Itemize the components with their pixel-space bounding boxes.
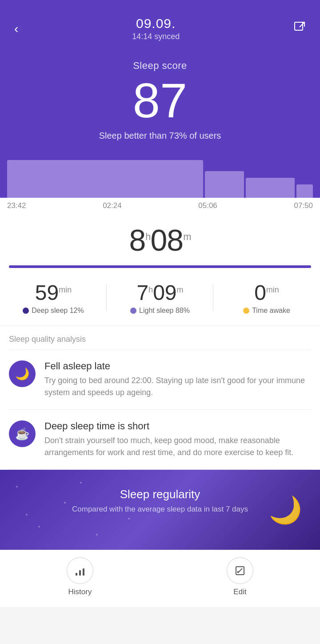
chart-bar-2 xyxy=(205,171,244,198)
stat-light-sleep: 7h09m Light sleep 88% xyxy=(107,280,213,315)
time-awake-label-row: Time awake xyxy=(213,307,320,315)
stats-row: 59min Deep sleep 12% 7h09m Light sleep 8… xyxy=(0,268,320,326)
quality-section: Sleep quality analysis 🌙 Fell asleep lat… xyxy=(0,326,320,470)
chart-bar-4 xyxy=(296,184,313,198)
chart-bar-1 xyxy=(7,160,203,198)
deep-sleep-value: 59min xyxy=(0,280,107,305)
quality-item-2: ☕ Deep sleep time is short Don't strain … xyxy=(9,410,311,470)
main-section: 8h08m 59min Deep sleep 12% 7h09m Light s… xyxy=(0,210,320,470)
section-title: Sleep quality analysis xyxy=(9,326,311,350)
svg-rect-2 xyxy=(76,573,77,576)
edit-label: Edit xyxy=(233,588,246,596)
time-awake-value: 0min xyxy=(213,280,320,305)
total-sleep-value: 8h08m xyxy=(129,223,191,257)
history-icon-circle xyxy=(67,557,93,584)
header-synced: 14:14 synced xyxy=(132,32,180,41)
svg-rect-3 xyxy=(79,570,81,576)
quality-title-2: Deep sleep time is short xyxy=(44,420,311,432)
sleep-minutes: 08 xyxy=(151,223,184,257)
quality-item-1: 🌙 Fell asleep late Try going to bed arou… xyxy=(9,350,311,410)
minutes-unit: m xyxy=(183,231,191,242)
hours-unit: h xyxy=(145,231,150,242)
time-label-1: 23:42 xyxy=(7,201,26,210)
regularity-title: Sleep regularity xyxy=(13,488,307,501)
bottom-nav: History Edit xyxy=(0,550,320,607)
sleep-score-label: Sleep score xyxy=(0,60,320,72)
stat-time-awake: 0min Time awake xyxy=(213,280,320,315)
light-sleep-value: 7h09m xyxy=(107,280,213,305)
time-label-4: 07:50 xyxy=(294,201,313,210)
time-awake-label: Time awake xyxy=(252,307,290,315)
nav-item-history[interactable]: History xyxy=(0,557,160,596)
history-label: History xyxy=(68,588,92,596)
svg-rect-4 xyxy=(83,568,84,576)
stat-deep-sleep: 59min Deep sleep 12% xyxy=(0,280,107,315)
quality-desc-2: Don't strain yourself too much, keep goo… xyxy=(44,435,311,459)
light-sleep-label-row: Light sleep 88% xyxy=(107,307,213,315)
regularity-section: Sleep regularity Compared with the avera… xyxy=(0,470,320,550)
deep-sleep-dot xyxy=(23,308,29,314)
quality-icon-2: ☕ xyxy=(9,420,36,447)
header-date: 09.09. xyxy=(132,16,180,31)
svg-line-1 xyxy=(300,22,304,27)
sleep-hours: 8 xyxy=(129,223,145,257)
sleep-score-value: 87 xyxy=(0,73,320,127)
svg-rect-0 xyxy=(295,22,303,30)
share-button[interactable] xyxy=(293,21,306,36)
regularity-subtitle: Compared with the average sleep data in … xyxy=(13,505,307,514)
quality-text-1: Fell asleep late Try going to bed around… xyxy=(44,360,311,399)
deep-sleep-label: Deep sleep 12% xyxy=(32,307,84,315)
top-bar: ‹ 09.09. 14:14 synced xyxy=(0,0,320,47)
back-button[interactable]: ‹ xyxy=(14,22,18,36)
time-label-3: 05:06 xyxy=(198,201,217,210)
top-center: 09.09. 14:14 synced xyxy=(132,16,180,41)
deep-sleep-label-row: Deep sleep 12% xyxy=(0,307,107,315)
time-label-2: 02:24 xyxy=(103,201,122,210)
quality-icon-1: 🌙 xyxy=(9,360,36,387)
quality-desc-1: Try going to bed around 22:00. Staying u… xyxy=(44,375,311,399)
light-sleep-dot xyxy=(130,308,136,314)
quality-title-1: Fell asleep late xyxy=(44,360,311,372)
svg-line-7 xyxy=(240,568,242,570)
quality-text-2: Deep sleep time is short Don't strain yo… xyxy=(44,420,311,459)
time-labels: 23:42 02:24 05:06 07:50 xyxy=(0,198,320,210)
moon-icon: 🌙 xyxy=(269,494,302,526)
header-section: ‹ 09.09. 14:14 synced Sleep score 87 Sle… xyxy=(0,0,320,198)
chart-bar-3 xyxy=(246,178,295,198)
sleep-comparison: Sleep better than 73% of users xyxy=(0,131,320,141)
time-awake-dot xyxy=(243,308,249,314)
total-sleep: 8h08m xyxy=(0,210,320,261)
edit-icon-circle xyxy=(227,557,253,584)
nav-item-edit[interactable]: Edit xyxy=(160,557,320,596)
sleep-chart xyxy=(0,153,320,198)
light-sleep-label: Light sleep 88% xyxy=(139,307,190,315)
